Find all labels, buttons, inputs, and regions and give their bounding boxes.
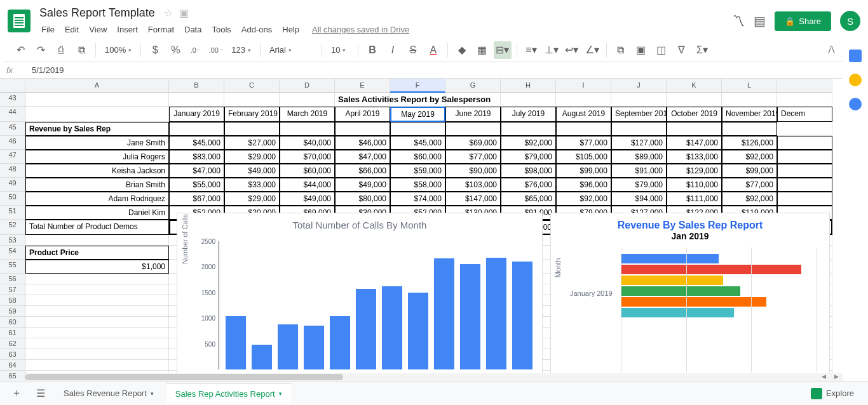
row-header[interactable]: 43 [0,93,25,107]
cell[interactable]: $90,000 [445,164,501,178]
row-header[interactable]: 59 [0,306,25,317]
cell[interactable]: $91,000 [611,164,667,178]
all-sheets-button[interactable]: ☰ [31,383,51,404]
cell[interactable] [25,349,169,360]
menu-insert[interactable]: Insert [112,22,142,37]
comment-icon[interactable]: ▣ [632,41,650,59]
row-header[interactable]: 52 [0,220,25,235]
row-header[interactable]: 48 [0,164,25,178]
cell[interactable]: $147,000 [667,136,722,150]
cell[interactable] [777,93,832,107]
col-header[interactable]: B [169,79,224,93]
cell[interactable]: Decem [777,107,832,122]
valign-icon[interactable]: ⊥▾ [543,41,560,59]
redo-icon[interactable]: ↷ [32,41,50,59]
italic-icon[interactable]: I [384,41,402,59]
wrap-icon[interactable]: ↩▾ [563,41,581,59]
cell[interactable]: $46,000 [335,136,390,150]
cell[interactable] [25,274,169,284]
col-header[interactable]: K [667,79,722,93]
cell[interactable] [169,93,224,107]
cell[interactable] [25,360,169,371]
row-header[interactable]: 61 [0,328,25,338]
scroll-left-icon[interactable]: ◀ [817,373,830,381]
cell[interactable]: $79,000 [501,150,556,164]
cell[interactable] [556,93,611,107]
link-icon[interactable]: ⧉ [612,41,630,59]
menu-format[interactable]: Format [144,22,179,37]
fontsize-combo[interactable]: 10 [327,43,353,57]
print-icon[interactable]: ⎙ [52,41,70,59]
row-header[interactable]: 60 [0,317,25,328]
cell[interactable]: $77,000 [556,136,611,150]
cell[interactable] [777,192,832,206]
cell[interactable] [224,122,280,136]
tab-sales-rep-activities[interactable]: Sales Rep Activities Report [166,383,291,404]
cell[interactable]: $69,000 [445,136,501,150]
cell[interactable] [25,107,169,122]
cell[interactable]: Sales Activities Report by Salesperson [335,93,390,107]
cell[interactable]: Daniel Kim [25,206,169,220]
cell[interactable]: May 2019 [390,107,445,122]
percent-icon[interactable]: % [166,41,184,59]
row-header[interactable]: 63 [0,349,25,360]
cell[interactable]: Revenue by Sales Rep [25,122,169,136]
cell[interactable] [25,317,169,328]
row-header[interactable]: 47 [0,150,25,164]
menu-help[interactable]: Help [278,22,304,37]
cell[interactable]: $92,000 [722,150,777,164]
cell[interactable] [556,122,611,136]
row-header[interactable]: 44 [0,107,25,122]
undo-icon[interactable]: ↶ [11,41,29,59]
cell[interactable]: $67,000 [169,192,224,206]
bold-icon[interactable]: B [363,41,381,59]
collapse-toolbar-icon[interactable]: ᐱ [828,44,835,56]
merge-icon[interactable]: ⊟▾ [494,41,512,59]
rotate-icon[interactable]: ∠▾ [583,41,601,59]
cell[interactable] [25,284,169,295]
cell[interactable]: $129,000 [667,164,722,178]
dec-increase-icon[interactable]: .00→ [207,41,225,59]
cell[interactable]: April 2019 [335,107,390,122]
add-sheet-button[interactable]: ＋ [6,383,27,404]
cell[interactable]: Brian Smith [25,178,169,192]
folder-icon[interactable]: ▣ [179,7,189,19]
cell[interactable]: $76,000 [501,178,556,192]
zoom-combo[interactable]: 100% [101,43,135,57]
cell[interactable] [280,93,335,107]
calendar-addon-icon[interactable] [849,50,862,62]
font-combo[interactable]: Arial [266,43,316,57]
cell[interactable]: $70,000 [280,150,335,164]
dec-decrease-icon[interactable]: .0← [187,41,205,59]
cell[interactable] [280,122,335,136]
row-header[interactable]: 50 [0,192,25,206]
cell[interactable]: $133,000 [667,150,722,164]
cell[interactable]: Total Number of Product Demos [25,220,169,235]
cell[interactable]: $44,000 [280,178,335,192]
cell[interactable] [25,338,169,349]
cell[interactable]: $126,000 [722,136,777,150]
paint-format-icon[interactable]: ⧉ [72,41,90,59]
cell[interactable] [777,136,832,150]
sheet-grid[interactable]: ABCDEFGHIJKL43Sales Activities Report by… [0,79,843,381]
row-header[interactable]: 62 [0,338,25,349]
cell[interactable]: $47,000 [335,150,390,164]
cell[interactable]: $99,000 [556,164,611,178]
share-button[interactable]: 🔒 Share [775,11,831,31]
cell[interactable]: June 2019 [445,107,501,122]
cell[interactable]: Keisha Jackson [25,164,169,178]
col-header[interactable] [777,79,832,93]
cell[interactable]: $58,000 [390,178,445,192]
cell[interactable]: $65,000 [501,192,556,206]
cell[interactable]: $99,000 [722,164,777,178]
cell[interactable]: August 2019 [556,107,611,122]
cell[interactable]: September 2019 [611,107,667,122]
cell[interactable]: $49,000 [280,192,335,206]
cell[interactable] [390,122,445,136]
cell[interactable] [224,93,280,107]
explore-button[interactable]: Explore [803,384,862,403]
cell[interactable] [777,122,832,136]
cell[interactable]: $60,000 [280,164,335,178]
col-header[interactable]: C [224,79,280,93]
cell[interactable]: $92,000 [556,192,611,206]
